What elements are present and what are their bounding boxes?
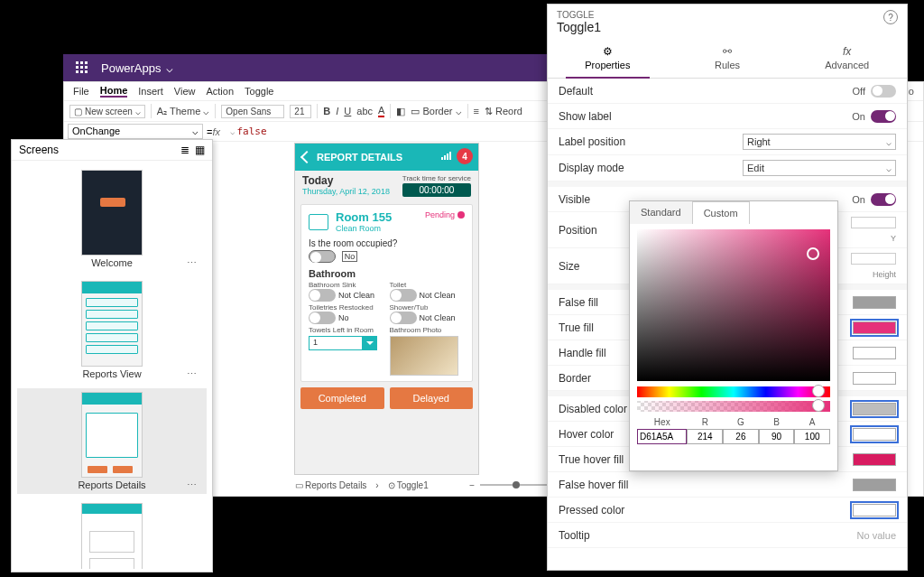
- new-screen-button[interactable]: ▢ New screen ⌵: [69, 105, 145, 118]
- completed-button[interactable]: Completed: [300, 387, 384, 409]
- size-h-input[interactable]: [851, 253, 896, 265]
- restock-toggle[interactable]: [309, 312, 336, 324]
- hue-knob[interactable]: [812, 385, 825, 397]
- reorder-button[interactable]: ⇅ Reord: [485, 106, 522, 117]
- tab-rules[interactable]: ⚯Rules: [668, 38, 788, 78]
- tooltip-value[interactable]: No value: [857, 530, 896, 541]
- position-y-input[interactable]: [851, 217, 896, 228]
- occupied-toggle[interactable]: [309, 250, 336, 263]
- zoom-slider[interactable]: [480, 484, 552, 486]
- occupied-value: No: [342, 251, 358, 262]
- zoom-out-icon[interactable]: −: [469, 480, 475, 490]
- labelposition-select[interactable]: Right: [743, 134, 896, 150]
- timer-caption: Track time for service: [402, 174, 471, 182]
- list-view-icon[interactable]: ≣: [180, 144, 189, 156]
- status-pending: Pending: [425, 210, 465, 219]
- hex-input[interactable]: [637, 429, 687, 444]
- picker-tab-standard[interactable]: Standard: [630, 201, 692, 224]
- visible-toggle[interactable]: [871, 193, 896, 206]
- disabledcolor-swatch[interactable]: [853, 403, 896, 415]
- font-select[interactable]: Open Sans: [221, 105, 284, 118]
- fill-button[interactable]: ◧: [396, 106, 405, 117]
- notification-badge[interactable]: 4: [457, 148, 473, 164]
- back-icon[interactable]: [300, 151, 313, 163]
- menu-insert[interactable]: Insert: [138, 86, 163, 97]
- b-input[interactable]: [759, 429, 795, 444]
- screen-thumb-reportsview[interactable]: Reports View⋯: [17, 277, 207, 383]
- underline-button[interactable]: U: [344, 106, 351, 116]
- towels-label: Towels Left in Room: [309, 326, 384, 334]
- room-title: Room 155: [336, 210, 392, 224]
- displaymode-select[interactable]: Edit: [743, 160, 896, 176]
- bold-button[interactable]: B: [323, 106, 330, 116]
- svg-rect-8: [85, 70, 88, 73]
- more-icon[interactable]: ⋯: [187, 257, 198, 269]
- crumb-control[interactable]: ⊙ Toggle1: [388, 480, 429, 490]
- signal-icon: [441, 152, 451, 160]
- tab-advanced[interactable]: fxAdvanced: [787, 38, 907, 78]
- timer-value[interactable]: 00:00:00: [402, 183, 471, 197]
- default-toggle[interactable]: [871, 85, 896, 98]
- fontcolor-button[interactable]: A: [378, 105, 384, 117]
- sink-toggle[interactable]: [309, 289, 336, 302]
- alpha-slider[interactable]: [637, 401, 830, 412]
- photo-label: Bathroom Photo: [390, 326, 466, 334]
- fontsize-select[interactable]: 21: [290, 105, 311, 118]
- help-icon[interactable]: ?: [883, 10, 898, 24]
- svg-rect-3: [76, 66, 79, 69]
- screen-thumb-analytics[interactable]: [17, 499, 207, 569]
- tab-properties[interactable]: ⚙Properties: [548, 38, 668, 78]
- crumb-screen[interactable]: ▭ Reports Details: [295, 480, 366, 490]
- screen-thumb-welcome[interactable]: Welcome⋯: [17, 166, 207, 272]
- property-select[interactable]: OnChange⌵: [68, 124, 203, 139]
- restock-label: Toiletries Restocked: [309, 303, 384, 312]
- screen-header: REPORT DETAILS 4: [295, 144, 478, 171]
- alpha-knob[interactable]: [812, 399, 825, 412]
- align-button[interactable]: ≡: [474, 106, 479, 116]
- shower-toggle[interactable]: [390, 312, 417, 324]
- falsehoverfill-swatch[interactable]: [853, 479, 896, 491]
- sv-field[interactable]: [637, 229, 830, 381]
- control-name[interactable]: Toggle1: [548, 20, 907, 38]
- showlabel-toggle[interactable]: [871, 110, 896, 123]
- theme-button[interactable]: A₂ Theme ⌵: [157, 106, 210, 117]
- italic-button[interactable]: I: [336, 106, 338, 116]
- menu-action[interactable]: Action: [206, 86, 234, 97]
- delayed-button[interactable]: Delayed: [390, 387, 474, 409]
- border-dropdown[interactable]: ▭ Border ⌵: [411, 106, 461, 117]
- room-card: Pending Room 155 Clean Room Is the room …: [300, 204, 473, 382]
- towels-dropdown[interactable]: 1: [309, 336, 384, 350]
- toilet-toggle[interactable]: [390, 289, 417, 302]
- r-input[interactable]: [687, 429, 723, 444]
- picker-tab-custom[interactable]: Custom: [692, 201, 750, 224]
- hue-slider[interactable]: [637, 386, 830, 397]
- sv-selector[interactable]: [807, 247, 819, 260]
- menu-toggle[interactable]: Toggle: [245, 86, 273, 97]
- svg-rect-7: [80, 70, 83, 73]
- waffle-icon[interactable]: [70, 56, 94, 79]
- toilet-label: Toilet: [390, 281, 466, 289]
- more-icon[interactable]: ⋯: [187, 368, 198, 380]
- truehoverfill-swatch[interactable]: [853, 453, 896, 466]
- a-input[interactable]: [794, 429, 830, 444]
- screen-thumb-reportsdetails[interactable]: Reports Details⋯: [17, 388, 207, 494]
- handlefill-swatch[interactable]: [853, 347, 896, 359]
- hovercolor-swatch[interactable]: [853, 428, 896, 441]
- truefill-swatch[interactable]: [853, 321, 896, 334]
- pressedcolor-swatch[interactable]: [853, 504, 896, 517]
- strike-button[interactable]: abc: [356, 106, 373, 116]
- bathroom-photo[interactable]: [390, 336, 458, 376]
- sink-label: Bathroom Sink: [309, 281, 384, 289]
- thumb-view-icon[interactable]: ▦: [195, 144, 205, 156]
- chevron-down-icon[interactable]: ⌵: [166, 61, 173, 75]
- menu-file[interactable]: File: [73, 86, 89, 97]
- border-swatch[interactable]: [853, 372, 896, 385]
- menu-home[interactable]: Home: [100, 85, 128, 98]
- falsefill-swatch[interactable]: [853, 296, 896, 309]
- g-input[interactable]: [723, 429, 759, 444]
- more-icon[interactable]: ⋯: [187, 479, 198, 491]
- today-label: Today: [302, 174, 390, 187]
- svg-rect-1: [80, 61, 83, 64]
- design-canvas[interactable]: REPORT DETAILS 4 Today Thursday, April 1…: [294, 143, 479, 475]
- menu-view[interactable]: View: [174, 86, 196, 97]
